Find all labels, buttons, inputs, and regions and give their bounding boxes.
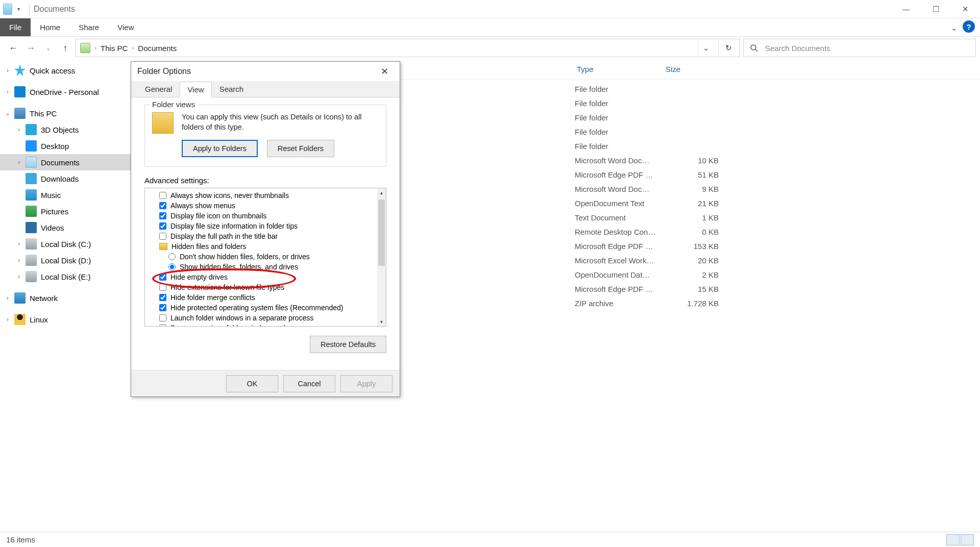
apply-button[interactable]: Apply bbox=[340, 375, 393, 392]
folder-icon bbox=[159, 243, 167, 250]
checkbox[interactable] bbox=[159, 202, 166, 209]
adv-item-hide-extensions[interactable]: Hide extensions for known file types bbox=[150, 282, 381, 292]
ribbon-chevron-icon[interactable]: ⌄ bbox=[951, 23, 958, 33]
app-icon bbox=[3, 4, 12, 15]
file-type: File folder bbox=[575, 113, 666, 122]
chevron-right-icon[interactable]: › bbox=[94, 44, 96, 52]
nav-tree: ›Quick access ›OneDrive - Personal ⌄This… bbox=[0, 59, 132, 532]
file-type: Microsoft Edge PDF … bbox=[575, 242, 666, 251]
adv-item[interactable]: Always show menus bbox=[150, 201, 381, 211]
file-type: File folder bbox=[575, 142, 666, 151]
apply-to-folders-button[interactable]: Apply to Folders bbox=[182, 140, 258, 157]
cancel-button[interactable]: Cancel bbox=[283, 375, 335, 392]
checkbox[interactable] bbox=[159, 233, 166, 240]
checkbox[interactable] bbox=[159, 304, 166, 311]
adv-item[interactable]: Hide protected operating system files (R… bbox=[150, 303, 381, 313]
nav-history-icon[interactable]: ⌄ bbox=[41, 41, 55, 55]
minimize-button[interactable]: — bbox=[891, 0, 921, 18]
file-size: 1 KB bbox=[666, 213, 724, 222]
ribbon-file-tab[interactable]: File bbox=[0, 18, 31, 36]
tree-this-pc[interactable]: ⌄This PC bbox=[0, 105, 132, 121]
adv-item[interactable]: Launch folder windows in a separate proc… bbox=[150, 313, 381, 323]
scroll-down-icon[interactable]: ▾ bbox=[377, 317, 386, 326]
adv-item[interactable]: Display the full path in the title bar bbox=[150, 231, 381, 241]
scroll-up-icon[interactable]: ▴ bbox=[377, 188, 386, 197]
column-type[interactable]: Type bbox=[575, 65, 666, 73]
close-button[interactable]: ✕ bbox=[950, 0, 980, 18]
radio[interactable] bbox=[168, 263, 176, 270]
view-large-icons-button[interactable] bbox=[961, 534, 974, 545]
adv-radio[interactable]: Show hidden files, folders, and drives bbox=[150, 262, 381, 272]
help-icon[interactable]: ? bbox=[963, 20, 975, 33]
adv-item[interactable]: Always show icons, never thumbnails bbox=[150, 190, 381, 201]
ribbon-home-tab[interactable]: Home bbox=[31, 19, 69, 36]
adv-item[interactable]: Hide empty drives bbox=[150, 272, 381, 282]
tree-music[interactable]: Music bbox=[0, 187, 132, 203]
tree-downloads[interactable]: Downloads bbox=[0, 170, 132, 187]
checkbox[interactable] bbox=[159, 222, 166, 230]
dialog-tab-view[interactable]: View bbox=[180, 82, 211, 97]
tree-disk-c[interactable]: ›Local Disk (C:) bbox=[0, 236, 132, 252]
tree-documents[interactable]: ›Documents bbox=[0, 154, 132, 170]
tree-linux[interactable]: ›Linux bbox=[0, 311, 132, 328]
documents-icon bbox=[26, 157, 37, 168]
adv-hidden-header: Hidden files and folders bbox=[150, 241, 381, 252]
dialog-tab-general[interactable]: General bbox=[137, 81, 180, 97]
file-size: 51 KB bbox=[666, 170, 724, 179]
disk-icon bbox=[26, 238, 37, 250]
checkbox[interactable] bbox=[159, 325, 166, 327]
maximize-button[interactable]: ☐ bbox=[921, 0, 950, 18]
tree-disk-e[interactable]: ›Local Disk (E:) bbox=[0, 268, 132, 285]
folder-options-dialog: Folder Options ✕ General View Search Fol… bbox=[131, 61, 400, 397]
search-input[interactable]: Search Documents bbox=[743, 39, 976, 57]
breadcrumb-thispc[interactable]: This PC bbox=[101, 44, 128, 53]
disk-icon bbox=[26, 271, 37, 282]
address-dropdown-icon[interactable]: ⌄ bbox=[698, 39, 714, 57]
tree-videos[interactable]: Videos bbox=[0, 219, 132, 236]
tree-3d-objects[interactable]: ›3D Objects bbox=[0, 121, 132, 138]
reset-folders-button[interactable]: Reset Folders bbox=[267, 140, 334, 157]
status-bar: 16 items bbox=[0, 532, 980, 547]
search-placeholder: Search Documents bbox=[765, 44, 830, 53]
checkbox[interactable] bbox=[159, 212, 166, 219]
file-size: 9 KB bbox=[666, 185, 724, 193]
address-bar[interactable]: › This PC › Documents ⌄ ↻ bbox=[76, 39, 740, 57]
restore-defaults-button[interactable]: Restore Defaults bbox=[310, 336, 386, 353]
dialog-close-button[interactable]: ✕ bbox=[376, 64, 394, 79]
checkbox[interactable] bbox=[159, 284, 166, 291]
adv-item[interactable]: Display file icon on thumbnails bbox=[150, 211, 381, 221]
adv-item[interactable]: Restore previous folder windows at logon bbox=[150, 323, 381, 327]
chevron-right-icon[interactable]: › bbox=[132, 44, 134, 52]
adv-item[interactable]: Display file size information in folder … bbox=[150, 221, 381, 231]
dialog-tab-search[interactable]: Search bbox=[212, 81, 252, 97]
file-type: ZIP archive bbox=[575, 299, 666, 308]
ok-button[interactable]: OK bbox=[226, 375, 278, 392]
tree-network[interactable]: ›Network bbox=[0, 290, 132, 306]
tree-disk-d[interactable]: ›Local Disk (D:) bbox=[0, 252, 132, 268]
tree-onedrive[interactable]: ›OneDrive - Personal bbox=[0, 84, 132, 100]
adv-item[interactable]: Hide folder merge conflicts bbox=[150, 292, 381, 303]
tree-pictures[interactable]: Pictures bbox=[0, 203, 132, 219]
qat-dropdown-icon[interactable]: ▾ bbox=[15, 5, 22, 13]
nav-up-button[interactable]: ↑ bbox=[58, 41, 72, 55]
tree-quick-access[interactable]: ›Quick access bbox=[0, 62, 132, 79]
tree-desktop[interactable]: Desktop bbox=[0, 138, 132, 154]
checkbox[interactable] bbox=[159, 192, 166, 199]
file-type: Microsoft Edge PDF … bbox=[575, 170, 666, 179]
view-details-button[interactable] bbox=[946, 534, 960, 545]
checkbox[interactable] bbox=[159, 274, 166, 281]
checkbox[interactable] bbox=[159, 314, 166, 321]
file-type: File folder bbox=[575, 85, 666, 93]
radio[interactable] bbox=[168, 253, 176, 260]
nav-back-button[interactable]: ← bbox=[6, 41, 20, 55]
adv-radio[interactable]: Don't show hidden files, folders, or dri… bbox=[150, 252, 381, 262]
breadcrumb-documents[interactable]: Documents bbox=[138, 44, 177, 53]
checkbox[interactable] bbox=[159, 294, 166, 301]
refresh-button[interactable]: ↻ bbox=[718, 39, 739, 57]
scrollbar[interactable]: ▴ ▾ bbox=[377, 188, 386, 326]
cloud-icon bbox=[14, 86, 26, 97]
column-size[interactable]: Size bbox=[666, 65, 724, 73]
ribbon-share-tab[interactable]: Share bbox=[69, 19, 108, 36]
ribbon-view-tab[interactable]: View bbox=[108, 19, 143, 36]
scroll-thumb[interactable] bbox=[378, 200, 385, 266]
